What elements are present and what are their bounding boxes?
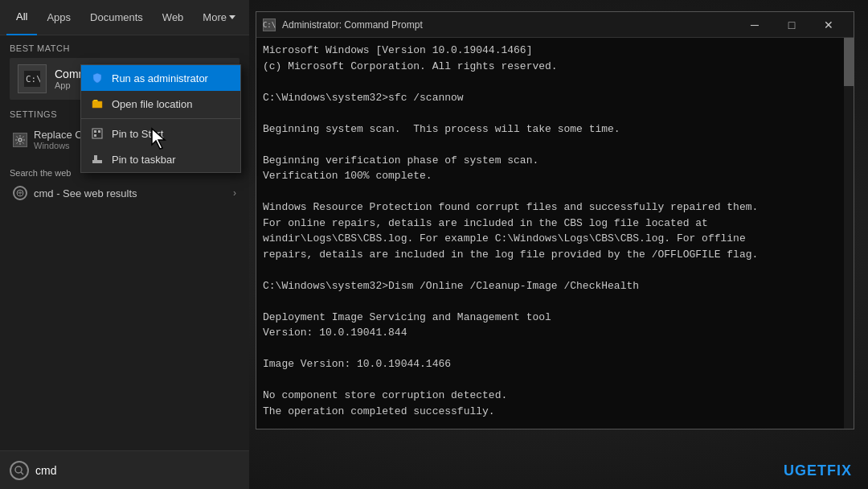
best-match-label: Best match: [10, 43, 240, 53]
tab-documents-label: Documents: [90, 11, 143, 23]
ctx-run-admin[interactable]: Run as administrator: [81, 65, 240, 91]
svg-text:C:\: C:\: [26, 74, 40, 84]
watermark: UGETFIX: [784, 462, 852, 479]
app-icon: C:\: [18, 64, 47, 93]
ctx-run-admin-label: Run as administrator: [112, 72, 208, 84]
svg-point-8: [18, 138, 22, 142]
ctx-pin-taskbar-label: Pin to taskbar: [112, 154, 176, 166]
svg-point-10: [15, 466, 22, 473]
watermark-prefix: UGET: [784, 462, 827, 479]
svg-rect-7: [94, 155, 97, 160]
cmd-titlebar: C:\ Administrator: Command Prompt ─ □ ✕: [256, 12, 854, 38]
search-icon: [10, 461, 29, 480]
ctx-pin-start-label: Pin to Start: [112, 128, 163, 140]
search-input[interactable]: cmd: [35, 464, 240, 477]
ctx-pin-taskbar[interactable]: Pin to taskbar: [81, 146, 240, 172]
watermark-suffix: FIX: [827, 462, 852, 479]
svg-rect-5: [94, 134, 96, 137]
magnifier-icon: [14, 466, 24, 475]
context-menu: Run as administrator Open file location: [80, 64, 241, 173]
cmd-content: Microsoft Windows [Version 10.0.19044.14…: [256, 38, 854, 429]
folder-icon: [92, 98, 103, 109]
web-search-item[interactable]: cmd - See web results ›: [10, 181, 240, 205]
open-location-icon: [91, 97, 104, 110]
ctx-open-location[interactable]: Open file location: [81, 91, 240, 117]
search-globe-icon: [13, 186, 27, 200]
tab-web-label: Web: [162, 11, 184, 23]
gear-icon: [15, 135, 25, 145]
tab-documents[interactable]: Documents: [80, 0, 153, 35]
cmd-scrollbar-thumb[interactable]: [844, 38, 854, 86]
tab-bar: All Apps Documents Web More: [0, 0, 249, 35]
tab-all-label: All: [16, 10, 27, 23]
search-bar: cmd: [0, 450, 249, 489]
svg-rect-4: [98, 130, 100, 133]
web-search-item-label: cmd - See web results: [34, 187, 137, 199]
pin-icon: [92, 128, 103, 139]
ctx-divider: [81, 118, 240, 119]
cmd-minimize-button[interactable]: ─: [736, 12, 773, 38]
svg-line-11: [21, 472, 23, 475]
cmd-output: Microsoft Windows [Version 10.0.19044.14…: [263, 43, 847, 429]
tab-apps-label: Apps: [47, 11, 71, 23]
chevron-down-icon: [229, 15, 235, 19]
ctx-pin-start[interactable]: Pin to Start: [81, 121, 240, 146]
tab-web[interactable]: Web: [153, 0, 194, 35]
run-admin-icon: [91, 72, 104, 84]
cmd-title-text: Administrator: Command Prompt: [282, 19, 736, 31]
settings-icon: [13, 133, 27, 147]
cmd-title-icon: C:\: [263, 18, 276, 31]
cmd-window: C:\ Administrator: Command Prompt ─ □ ✕ …: [256, 11, 854, 429]
svg-rect-3: [94, 130, 96, 133]
taskbar-icon: [92, 154, 103, 165]
cmd-close-button[interactable]: ✕: [810, 12, 847, 38]
tab-apps[interactable]: Apps: [37, 0, 80, 35]
pin-start-icon: [91, 127, 104, 140]
tab-all[interactable]: All: [6, 0, 37, 35]
pin-taskbar-icon: [91, 153, 104, 166]
ctx-open-location-label: Open file location: [112, 98, 192, 110]
cmd-controls: ─ □ ✕: [736, 12, 847, 38]
cmd-scrollbar[interactable]: [844, 38, 854, 429]
svg-rect-2: [92, 129, 102, 138]
globe-icon: [16, 189, 24, 197]
start-menu: All Apps Documents Web More Best match C…: [0, 0, 249, 489]
cmd-restore-button[interactable]: □: [773, 12, 810, 38]
web-search-arrow-icon: ›: [233, 187, 236, 199]
shield-icon: [92, 72, 103, 84]
tab-more-label: More: [203, 11, 227, 23]
svg-rect-6: [92, 160, 102, 163]
tab-more[interactable]: More: [193, 0, 245, 35]
terminal-icon: C:\: [24, 71, 40, 87]
